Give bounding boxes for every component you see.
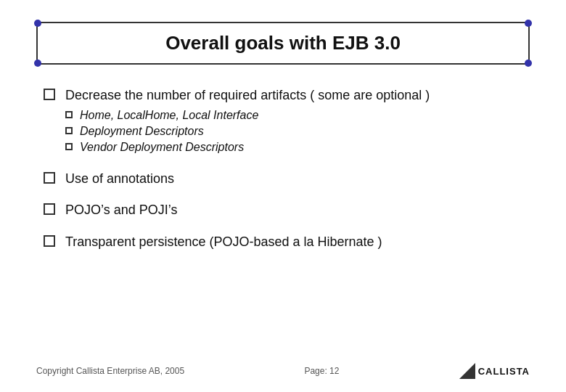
title-box: Overall goals with EJB 3.0 bbox=[36, 22, 530, 65]
slide: Overall goals with EJB 3.0 Decrease the … bbox=[0, 0, 566, 392]
bullet-label-1: Decrease the number of required artifact… bbox=[65, 88, 430, 102]
bullet-item-4: Transparent persistence (POJO-based a la… bbox=[44, 233, 530, 251]
sub-item-label-1-3: Vendor Deployment Descriptors bbox=[80, 141, 244, 154]
bullet-item-2: Use of annotations bbox=[44, 170, 530, 188]
corner-dot-bl bbox=[34, 60, 41, 67]
sub-bullet-1-2 bbox=[65, 127, 73, 134]
bullet-item-1: Decrease the number of required artifact… bbox=[44, 86, 530, 157]
sub-bullet-1-3 bbox=[65, 143, 73, 150]
bullet-square-3 bbox=[44, 203, 55, 215]
footer: Copyright Callista Enterprise AB, 2005 P… bbox=[36, 363, 530, 379]
corner-dot-br bbox=[525, 60, 532, 67]
logo-area: CALLISTA bbox=[459, 363, 530, 379]
content-area: Decrease the number of required artifact… bbox=[36, 86, 530, 251]
sub-bullet-1-1 bbox=[65, 111, 73, 118]
bullet-label-2: Use of annotations bbox=[65, 170, 174, 188]
bullet-label-3: POJO’s and POJI’s bbox=[65, 201, 177, 219]
bullet-square-1 bbox=[44, 89, 55, 100]
logo-triangle-icon bbox=[459, 363, 475, 379]
bullet-item-3: POJO’s and POJI’s bbox=[44, 201, 530, 219]
sub-list-1: Home, LocalHome, Local Interface Deploym… bbox=[65, 109, 430, 154]
sub-item-label-1-2: Deployment Descriptors bbox=[80, 125, 204, 138]
copyright-text: Copyright Callista Enterprise AB, 2005 bbox=[36, 366, 184, 376]
sub-item-1-3: Vendor Deployment Descriptors bbox=[65, 141, 430, 154]
sub-item-1-1: Home, LocalHome, Local Interface bbox=[65, 109, 430, 122]
logo-text: CALLISTA bbox=[478, 366, 530, 377]
page-number: Page: 12 bbox=[304, 366, 339, 376]
bullet-text-1: Decrease the number of required artifact… bbox=[65, 86, 430, 157]
sub-item-label-1-1: Home, LocalHome, Local Interface bbox=[80, 109, 258, 122]
bullet-square-2 bbox=[44, 172, 55, 184]
bullet-square-4 bbox=[44, 235, 55, 247]
sub-item-1-2: Deployment Descriptors bbox=[65, 125, 430, 138]
slide-title: Overall goals with EJB 3.0 bbox=[165, 32, 401, 54]
bullet-label-4: Transparent persistence (POJO-based a la… bbox=[65, 233, 382, 251]
